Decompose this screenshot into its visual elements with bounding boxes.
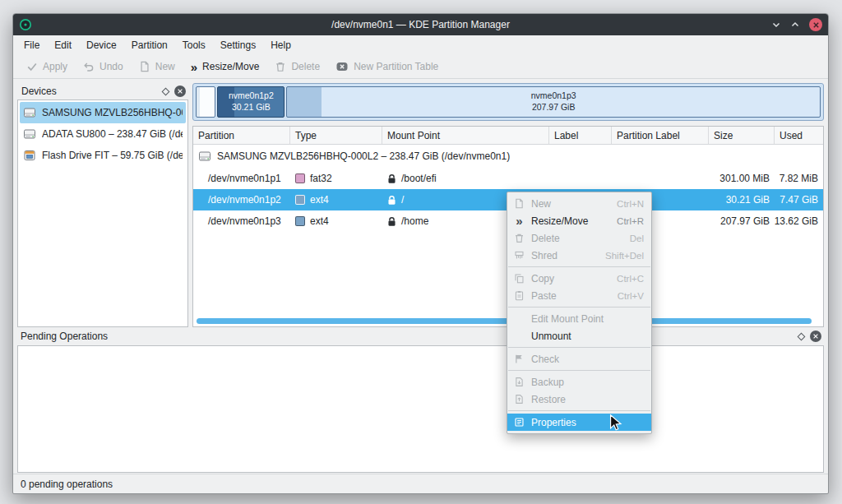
partition-segment-p2[interactable]: nvme0n1p2 30.21 GiB [217, 86, 285, 118]
fs-color-swatch [295, 173, 305, 183]
context-menu-shred[interactable]: Shred Shift+Del [507, 247, 651, 264]
restore-icon [513, 394, 525, 405]
horizontal-scrollbar[interactable] [197, 318, 812, 324]
trash-icon [513, 233, 525, 243]
menu-file[interactable]: File [17, 37, 46, 53]
hard-drive-icon [23, 106, 36, 119]
trash-icon [275, 61, 286, 72]
column-header-partition-label[interactable]: Partition Label [612, 127, 709, 144]
window-title: /dev/nvme0n1 — KDE Partition Manager [62, 19, 779, 30]
minimize-icon[interactable] [771, 20, 781, 30]
device-item-flash-drive[interactable]: Flash Drive FIT – 59.75 GiB (/dev... [20, 145, 186, 166]
partition-segment-p1[interactable] [196, 86, 215, 118]
context-menu-properties[interactable]: Properties [507, 414, 651, 431]
devices-panel-header: Devices [17, 83, 188, 99]
lock-icon [387, 173, 396, 184]
app-icon [19, 18, 32, 31]
context-menu-backup[interactable]: Backup [507, 373, 651, 391]
devices-panel: Devices SAMSUNG MZVLB256HBHQ-000... ADAT… [17, 83, 188, 327]
statusbar-text: 0 pending operations [21, 479, 113, 490]
resize-move-button[interactable]: » Resize/Move [184, 58, 266, 75]
context-menu-unmount[interactable]: Unmount [507, 327, 651, 344]
usb-flash-drive-icon [23, 149, 36, 162]
column-header-partition[interactable]: Partition [193, 127, 290, 144]
menu-separator [508, 370, 650, 371]
context-menu-resize-move[interactable]: » Resize/Move Ctrl+R [507, 212, 651, 229]
context-menu-paste[interactable]: Paste Ctrl+V [507, 287, 651, 304]
partition-bar: nvme0n1p2 30.21 GiB nvme0n1p3 207.97 GiB [192, 83, 824, 121]
device-list: SAMSUNG MZVLB256HBHQ-000... ADATA SU800 … [17, 99, 188, 327]
context-menu-new[interactable]: New Ctrl+N [507, 195, 651, 212]
menu-settings[interactable]: Settings [214, 37, 262, 53]
new-button[interactable]: New [132, 58, 182, 75]
partition-segment-p3[interactable]: nvme0n1p3 207.97 GiB [286, 86, 821, 118]
copy-icon [513, 273, 525, 284]
pending-operations-panel: Pending Operations [13, 327, 828, 474]
menu-separator [508, 307, 650, 307]
apply-button[interactable]: Apply [20, 58, 74, 75]
resize-move-icon: » [191, 62, 197, 72]
delete-button[interactable]: Delete [268, 58, 326, 75]
menu-tools[interactable]: Tools [176, 37, 212, 53]
paste-icon [513, 290, 525, 301]
new-file-icon [513, 198, 525, 209]
lock-icon [387, 216, 396, 227]
new-partition-table-icon [335, 60, 349, 73]
context-menu-delete[interactable]: Delete Del [507, 229, 651, 247]
column-header-mount-point[interactable]: Mount Point [382, 127, 549, 144]
statusbar: 0 pending operations [13, 474, 828, 493]
undo-button[interactable]: Undo [76, 58, 130, 75]
context-menu-check[interactable]: Check [507, 350, 651, 368]
new-file-icon [139, 61, 150, 72]
resize-move-icon: » [513, 216, 525, 225]
maximize-icon[interactable] [790, 20, 800, 30]
column-header-type[interactable]: Type [290, 127, 382, 144]
menu-help[interactable]: Help [264, 37, 298, 53]
menubar: File Edit Device Partition Tools Setting… [13, 35, 828, 55]
devices-panel-title: Devices [21, 86, 57, 97]
new-partition-table-button[interactable]: New Partition Table [329, 58, 445, 76]
device-item-samsung[interactable]: SAMSUNG MZVLB256HBHQ-000... [20, 102, 186, 123]
float-panel-icon[interactable] [162, 87, 170, 95]
undo-arrow-icon [83, 61, 95, 72]
pending-operations-list [17, 345, 824, 473]
column-header-size[interactable]: Size [709, 127, 775, 144]
kde-partition-manager-window: /dev/nvme0n1 — KDE Partition Manager Fil… [12, 13, 829, 494]
menu-separator [508, 410, 650, 411]
hard-drive-icon [198, 150, 211, 163]
close-icon[interactable] [809, 18, 822, 31]
table-device-row[interactable]: SAMSUNG MZVLB256HBHQ-000L2 – 238.47 GiB … [193, 145, 823, 168]
column-header-used[interactable]: Used [775, 127, 823, 144]
fs-color-swatch [295, 216, 305, 226]
context-menu-edit-mount-point[interactable]: Edit Mount Point [507, 310, 651, 327]
close-panel-icon[interactable] [810, 331, 821, 342]
lock-icon [387, 195, 396, 206]
fs-color-swatch [295, 195, 305, 205]
pending-operations-title: Pending Operations [21, 331, 108, 342]
flag-icon [513, 354, 525, 364]
context-menu-restore[interactable]: Restore [507, 391, 651, 408]
pending-operations-header: Pending Operations [17, 327, 824, 345]
titlebar[interactable]: /dev/nvme0n1 — KDE Partition Manager [13, 14, 828, 35]
menu-edit[interactable]: Edit [48, 37, 78, 53]
apply-check-icon [26, 61, 38, 72]
partition-context-menu: New Ctrl+N » Resize/Move Ctrl+R Delete D… [507, 192, 652, 434]
menu-separator [508, 266, 650, 267]
table-row-nvme0n1p1[interactable]: /dev/nvme0n1p1 fat32 /boot/efi 301.00 Mi… [193, 168, 823, 189]
device-item-adata[interactable]: ADATA SU800 – 238.47 GiB (/dev... [20, 123, 186, 145]
menu-partition[interactable]: Partition [125, 37, 174, 53]
close-panel-icon[interactable] [174, 86, 186, 97]
menu-device[interactable]: Device [80, 37, 123, 53]
float-panel-icon[interactable] [798, 332, 806, 340]
hard-drive-icon [23, 127, 36, 141]
column-header-label[interactable]: Label [549, 127, 612, 144]
main-area: Devices SAMSUNG MZVLB256HBHQ-000... ADAT… [13, 79, 828, 327]
properties-icon [513, 417, 525, 428]
context-menu-copy[interactable]: Copy Ctrl+C [507, 270, 651, 287]
shred-icon [513, 250, 525, 261]
table-header: Partition Type Mount Point Label Partiti… [193, 127, 823, 145]
mouse-cursor [607, 414, 625, 432]
backup-icon [513, 377, 525, 387]
toolbar: Apply Undo New » Resize/Move Delete New … [13, 55, 828, 79]
menu-separator [508, 347, 650, 348]
